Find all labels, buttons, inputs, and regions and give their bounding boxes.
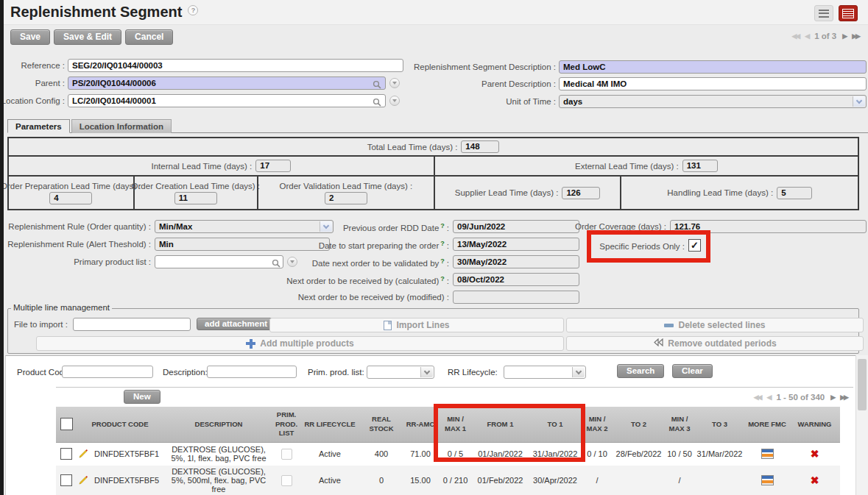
parent-lookup-icon[interactable] xyxy=(373,79,381,92)
cell-lifecycle[interactable]: Active xyxy=(299,466,361,495)
handling-lead-time-field[interactable]: 5 xyxy=(777,187,812,199)
prim-prod-checkbox[interactable] xyxy=(281,475,292,486)
order-validation-field[interactable]: 2 xyxy=(325,192,367,204)
cell-rr-amc[interactable]: 15.00 xyxy=(402,466,439,495)
help-icon[interactable]: ? xyxy=(188,5,198,15)
supplier-lead-time-field[interactable]: 126 xyxy=(562,187,600,199)
col-real-stock[interactable]: REAL STOCK xyxy=(361,407,402,442)
tab-location-information[interactable]: Location Information xyxy=(71,119,172,133)
vertical-scrollbar[interactable] xyxy=(855,355,868,495)
next-page-icon[interactable]: ▶ xyxy=(830,393,834,401)
location-config-combo-button[interactable] xyxy=(389,96,400,106)
list-view-button[interactable] xyxy=(814,5,833,21)
cell-to-3[interactable] xyxy=(694,466,745,495)
clear-button[interactable]: Clear xyxy=(672,364,713,378)
col-warning[interactable]: WARNING xyxy=(789,407,840,442)
scrollbar-thumb[interactable] xyxy=(858,359,867,410)
cell-to-2[interactable] xyxy=(613,466,665,495)
cell-min-max-3[interactable]: 10 / 50 xyxy=(665,442,694,466)
order-quantity-rule-select[interactable]: Min/Max xyxy=(155,220,334,233)
rr-lifecycle-filter-select[interactable] xyxy=(504,366,586,379)
import-lines-button[interactable]: Import Lines xyxy=(269,318,564,332)
last-record-icon[interactable]: ▶▶ xyxy=(852,32,859,40)
cell-product-code[interactable]: DINFDEXT5FBF1 xyxy=(90,442,163,466)
delete-selected-lines-button[interactable]: Delete selected lines xyxy=(566,318,864,332)
previous-rdd-field[interactable]: 09/Jun/2022 xyxy=(453,220,579,233)
cell-description[interactable]: DEXTROSE (GLUCOSE), 5%, 1l, flex. bag, P… xyxy=(163,442,274,466)
row-checkbox[interactable] xyxy=(60,474,72,486)
location-config-lookup-icon[interactable] xyxy=(373,96,381,110)
detail-view-button[interactable] xyxy=(839,5,858,21)
cell-product-code[interactable]: DINFDEXT5FBF5 xyxy=(90,466,163,495)
cell-to-2[interactable]: 28/Feb/2022 xyxy=(613,442,665,466)
row-checkbox[interactable] xyxy=(60,448,72,460)
edit-pencil-icon[interactable] xyxy=(79,475,88,486)
col-more-fmc[interactable]: MORE FMC xyxy=(745,407,789,442)
cancel-button[interactable]: Cancel xyxy=(125,29,173,45)
search-button[interactable]: Search xyxy=(617,364,664,378)
prev-record-icon[interactable]: ◀ xyxy=(805,32,808,40)
prim-prod-list-filter-select[interactable] xyxy=(367,366,434,379)
external-lead-time-field[interactable]: 131 xyxy=(682,160,718,172)
warning-icon[interactable]: ✖ xyxy=(811,474,819,486)
save-button[interactable]: Save xyxy=(10,29,50,45)
prim-prod-checkbox[interactable] xyxy=(281,449,292,460)
more-fmc-icon[interactable] xyxy=(761,475,774,485)
col-rr-lifecycle[interactable]: RR LIFECYCLE xyxy=(299,407,361,442)
primary-product-list-combo-button[interactable] xyxy=(287,257,297,267)
prev-page-icon[interactable]: ◀ xyxy=(766,393,770,401)
parent-description-field[interactable]: Medical 4M IMO xyxy=(559,77,867,90)
cell-from-1[interactable]: 01/Feb/2022 xyxy=(472,466,529,495)
description-filter-input[interactable] xyxy=(207,366,297,378)
total-lead-time-field[interactable]: 148 xyxy=(461,140,499,153)
received-modified-field[interactable] xyxy=(453,291,579,304)
col-prim-prod-list[interactable]: PRIM. PROD. LIST xyxy=(274,407,299,442)
col-min-max-3[interactable]: MIN / MAX 3 xyxy=(665,407,694,442)
cell-to-3[interactable]: 31/Mar/2022 xyxy=(694,442,745,466)
file-to-import-input[interactable] xyxy=(73,318,191,331)
more-fmc-icon[interactable] xyxy=(761,449,774,459)
cell-to-1[interactable]: 30/Apr/2022 xyxy=(529,466,582,495)
primary-product-list-field[interactable] xyxy=(155,255,283,268)
col-product-code[interactable]: PRODUCT CODE xyxy=(77,407,163,442)
new-button[interactable]: New xyxy=(124,390,160,404)
primary-product-list-lookup-icon[interactable] xyxy=(272,257,280,271)
last-page-icon[interactable]: ▶▶ xyxy=(840,393,847,401)
location-config-field[interactable]: LC/20/IQ01044/00001 xyxy=(68,94,386,107)
cell-min-max-2[interactable]: / xyxy=(582,466,613,495)
add-multiple-products-button[interactable]: Add multiple products xyxy=(36,336,564,351)
col-to-3[interactable]: TO 3 xyxy=(694,407,745,442)
received-calculated-field[interactable]: 08/Oct/2022 xyxy=(453,273,579,286)
order-preparation-field[interactable]: 4 xyxy=(49,192,92,204)
col-min-max-2[interactable]: MIN / MAX 2 xyxy=(582,407,613,442)
select-all-checkbox[interactable] xyxy=(60,418,73,430)
tab-parameters[interactable]: Parameters xyxy=(7,119,70,133)
warning-icon[interactable]: ✖ xyxy=(811,448,819,460)
col-to-2[interactable]: TO 2 xyxy=(613,407,665,442)
start-preparing-field[interactable]: 13/May/2022 xyxy=(453,238,579,251)
add-attachment-button[interactable]: add attachment xyxy=(197,318,275,330)
segment-description-field[interactable]: Med LowC xyxy=(559,60,867,74)
remove-outdated-periods-button[interactable]: Remove outdated periods xyxy=(566,336,864,351)
first-record-icon[interactable]: ◀◀ xyxy=(791,32,799,40)
edit-pencil-icon[interactable] xyxy=(79,449,88,460)
parent-combo-button[interactable] xyxy=(389,78,400,88)
first-page-icon[interactable]: ◀◀ xyxy=(754,393,761,401)
order-creation-field[interactable]: 11 xyxy=(174,192,217,204)
reference-field[interactable]: SEG/20/IQ01044/00003 xyxy=(68,59,403,72)
internal-lead-time-field[interactable]: 17 xyxy=(255,160,291,172)
cell-description[interactable]: DEXTROSE (GLUCOSE), 5%, 500ml, flex. bag… xyxy=(163,466,274,495)
cell-real-stock[interactable]: 0 xyxy=(361,466,402,495)
cell-min-max-1[interactable]: 0 / 210 xyxy=(439,466,472,495)
save-edit-button[interactable]: Save & Edit xyxy=(54,29,121,45)
cell-lifecycle[interactable]: Active xyxy=(299,442,361,466)
cell-real-stock[interactable]: 400 xyxy=(361,442,402,466)
col-description[interactable]: DESCRIPTION xyxy=(163,407,274,442)
cell-min-max-3[interactable]: / xyxy=(665,466,694,495)
unit-of-time-select[interactable]: days xyxy=(559,95,867,108)
parent-field[interactable]: PS/20/IQ01044/00006 xyxy=(68,76,386,90)
validated-by-field[interactable]: 30/May/2022 xyxy=(453,255,579,268)
product-code-filter-input[interactable] xyxy=(62,366,153,378)
alert-threshold-rule-field[interactable]: Min xyxy=(155,238,330,251)
next-record-icon[interactable]: ▶ xyxy=(842,32,846,40)
